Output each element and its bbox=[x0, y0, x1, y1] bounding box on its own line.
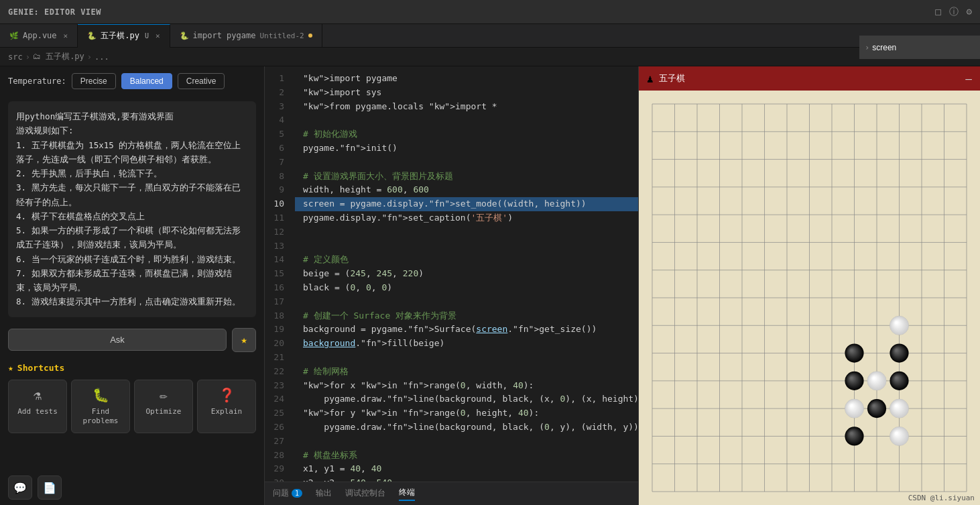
breadcrumb-src: src bbox=[8, 52, 23, 62]
shortcut-label-tests: Add tests bbox=[17, 407, 58, 416]
shortcuts-grid: ⚗ Add tests 🐛 Find problems ✏ Optimize ❓… bbox=[8, 380, 256, 434]
code-panel: 1234567891011121314151617181920212223242… bbox=[265, 66, 638, 505]
temperature-label: Temperature: bbox=[8, 76, 66, 86]
bottom-icons-row: 💬 📄 bbox=[0, 470, 264, 505]
file-bottom-icon[interactable]: 📄 bbox=[38, 475, 62, 500]
shortcut-find-problems[interactable]: 🐛 Find problems bbox=[71, 380, 130, 434]
genie-panel: Temperature: Precise Balanced Creative 用… bbox=[0, 66, 265, 505]
tab-gomoku[interactable]: 🐍 五子棋.py U ✕ bbox=[78, 24, 170, 48]
game-board bbox=[639, 91, 980, 505]
problems-badge: 1 bbox=[292, 489, 302, 498]
shortcuts-title: ★ Shortcuts bbox=[8, 363, 256, 373]
search-input[interactable] bbox=[872, 43, 953, 52]
search-bar[interactable]: › bbox=[859, 36, 980, 59]
tab-label-import: import pygame bbox=[193, 31, 256, 40]
genie-prompt-text: 用python编写五子棋游戏,要有游戏界面 游戏规则如下: 1. 五子棋棋盘为 … bbox=[8, 101, 256, 317]
tab-bar: 🌿 App.vue ✕ 🐍 五子棋.py U ✕ 🐍 import pygame… bbox=[0, 24, 980, 48]
shortcuts-section: ★ Shortcuts ⚗ Add tests 🐛 Find problems … bbox=[0, 357, 264, 439]
temp-precise[interactable]: Precise bbox=[72, 73, 116, 89]
shortcut-explain[interactable]: ❓ Explain bbox=[197, 380, 256, 434]
breadcrumb-sep2: › bbox=[87, 52, 92, 62]
breadcrumb-file: 🗂 五子棋.py bbox=[33, 51, 84, 62]
code-editor[interactable]: 1234567891011121314151617181920212223242… bbox=[265, 66, 638, 482]
tab-label-gomoku: 五子棋.py bbox=[101, 30, 139, 42]
tab-output[interactable]: 输出 bbox=[316, 488, 332, 500]
tab-subtitle-import: Untitled-2 bbox=[259, 32, 304, 40]
tab-close-gomoku[interactable]: ✕ bbox=[156, 32, 160, 40]
watermark: CSDN @li.siyuan bbox=[908, 494, 975, 502]
problems-label: 问题 bbox=[273, 488, 289, 499]
output-label: 输出 bbox=[316, 488, 332, 499]
tab-icon-gomoku: 🐍 bbox=[87, 32, 97, 40]
star-button[interactable]: ★ bbox=[232, 328, 256, 352]
tab-badge-gomoku: U bbox=[145, 32, 149, 40]
main-layout: Temperature: Precise Balanced Creative 用… bbox=[0, 66, 980, 505]
temp-balanced[interactable]: Balanced bbox=[121, 73, 172, 89]
ask-button[interactable]: Ask bbox=[8, 329, 227, 351]
temp-creative[interactable]: Creative bbox=[178, 73, 225, 89]
preview-header: ♟ 五子棋 — bbox=[639, 66, 980, 91]
tab-label-app: App.vue bbox=[23, 31, 57, 40]
code-content: "kw">import pygame"kw">import sys"kw">fr… bbox=[295, 66, 638, 482]
tab-icon-import: 🐍 bbox=[180, 32, 189, 40]
game-board-container bbox=[639, 91, 980, 505]
line-numbers: 1234567891011121314151617181920212223242… bbox=[265, 66, 295, 482]
title-bar-text: GENIE: EDITOR VIEW bbox=[8, 7, 101, 17]
tab-modified-dot bbox=[308, 34, 312, 38]
shortcut-label-optimize: Optimize bbox=[146, 407, 182, 416]
title-bar-icons: □ ⓘ ⚙ bbox=[935, 6, 972, 18]
shortcut-optimize[interactable]: ✏ Optimize bbox=[134, 380, 193, 434]
info-icon[interactable]: ⓘ bbox=[949, 6, 959, 18]
chat-icon[interactable]: □ bbox=[935, 6, 940, 18]
shortcut-add-tests[interactable]: ⚗ Add tests bbox=[8, 380, 67, 434]
terminal-label: 终端 bbox=[399, 487, 415, 498]
minimize-button[interactable]: — bbox=[965, 72, 972, 85]
temperature-row: Temperature: Precise Balanced Creative bbox=[0, 66, 264, 96]
chat-bottom-icon[interactable]: 💬 bbox=[8, 475, 32, 500]
tab-close-app[interactable]: ✕ bbox=[64, 32, 68, 40]
star-icon: ★ bbox=[8, 363, 13, 373]
tab-icon-app: 🌿 bbox=[9, 32, 19, 40]
question-icon: ❓ bbox=[219, 387, 235, 403]
preview-game-icon: ♟ bbox=[647, 72, 654, 85]
shortcut-label-problems: Find problems bbox=[76, 407, 125, 427]
bug-icon: 🐛 bbox=[93, 387, 109, 403]
search-chevron: › bbox=[865, 43, 869, 52]
title-bar: GENIE: EDITOR VIEW □ ⓘ ⚙ bbox=[0, 0, 980, 24]
status-tabs: 问题 1 输出 调试控制台 终端 bbox=[265, 482, 638, 505]
flask-icon: ⚗ bbox=[34, 387, 42, 403]
tab-terminal[interactable]: 终端 bbox=[399, 487, 415, 501]
tab-problems[interactable]: 问题 1 bbox=[273, 488, 302, 500]
ask-row: Ask ★ bbox=[8, 328, 256, 352]
preview-panel: ♟ 五子棋 — bbox=[638, 66, 980, 505]
breadcrumb: src › 🗂 五子棋.py › ... bbox=[0, 48, 980, 66]
breadcrumb-ellipsis: ... bbox=[95, 52, 109, 62]
debug-label: 调试控制台 bbox=[345, 488, 385, 499]
tab-import-pygame[interactable]: 🐍 import pygame Untitled-2 bbox=[170, 24, 322, 48]
tab-app-vue[interactable]: 🌿 App.vue ✕ bbox=[0, 24, 78, 48]
tab-debug-console[interactable]: 调试控制台 bbox=[345, 488, 385, 500]
shortcut-label-explain: Explain bbox=[211, 407, 242, 416]
breadcrumb-sep1: › bbox=[25, 52, 30, 62]
prompt-content: 用python编写五子棋游戏,要有游戏界面 游戏规则如下: 1. 五子棋棋盘为 … bbox=[16, 111, 241, 306]
preview-title: 五子棋 bbox=[659, 72, 685, 85]
settings-icon[interactable]: ⚙ bbox=[967, 6, 972, 18]
pencil-icon: ✏ bbox=[160, 387, 168, 403]
